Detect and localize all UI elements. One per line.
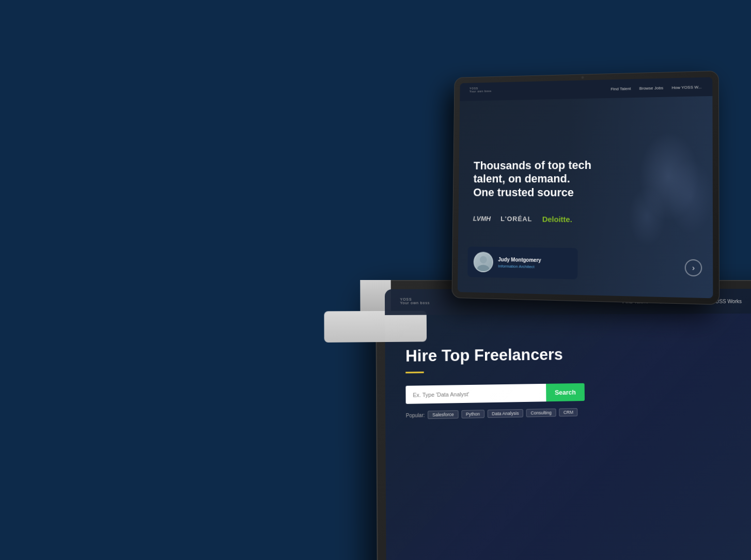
laptop-nav-browse-jobs[interactable]: Browse Jobs <box>639 85 664 90</box>
hero-title: Hire Top Freelancers <box>405 343 751 366</box>
scene: YOSS Your own boss Find Talent Browse Jo… <box>66 32 685 528</box>
judy-laptop-avatar <box>474 252 493 272</box>
svg-point-1 <box>477 265 490 272</box>
laptop-nav-how-yoss[interactable]: How YOSS W... <box>671 84 701 89</box>
laptop-headline: Thousands of top tech talent, on demand.… <box>473 158 696 200</box>
tag-consulting[interactable]: Consulting <box>526 409 556 417</box>
judy-card[interactable]: Judy Montgomery Information Architect <box>467 246 577 279</box>
logo-deloitte: Deloitte. <box>542 215 572 224</box>
popular-row: Popular: Salesforce Python Data Analysis… <box>406 408 585 419</box>
main-logo: YOSS Your own boss <box>400 298 430 305</box>
client-logos: LVMH L'ORÉAL Deloitte. <box>473 214 697 225</box>
hero-underline <box>405 372 424 374</box>
popular-label: Popular: <box>406 412 425 418</box>
monitor-body: YOSS Your own boss Find Talent Browse Jo… <box>375 280 751 560</box>
logo-lvmh: LVMH <box>473 215 491 223</box>
tag-crm[interactable]: CRM <box>559 408 577 416</box>
headline-line2: talent, on demand. <box>473 172 570 185</box>
laptop-screen: YOSS Your own boss Find Talent Browse Jo… <box>458 77 713 298</box>
laptop-logo: YOSS Your own boss <box>470 86 492 93</box>
laptop-hero: Thousands of top tech talent, on demand.… <box>458 96 713 298</box>
next-arrow-button[interactable]: › <box>685 259 702 277</box>
search-input[interactable] <box>405 384 546 404</box>
tag-python[interactable]: Python <box>461 410 484 419</box>
headline-line1: Thousands of top tech <box>474 159 591 172</box>
logo-loreal: L'ORÉAL <box>500 215 532 223</box>
laptop-nav-find-talent[interactable]: Find Talent <box>611 86 631 91</box>
logo-sub-text: Your own boss <box>400 301 430 305</box>
judy-card-info: Judy Montgomery Information Architect <box>498 256 541 269</box>
tag-salesforce[interactable]: Salesforce <box>428 411 458 419</box>
tag-data-analysis[interactable]: Data Analysis <box>488 409 524 418</box>
laptop-logo-sub: Your own boss <box>470 89 492 93</box>
search-button[interactable]: Search <box>546 383 585 402</box>
laptop-webcam <box>582 76 584 79</box>
judy-card-role: Information Architect <box>498 263 541 269</box>
monitor-screen: YOSS Your own boss Find Talent Browse Jo… <box>385 289 751 560</box>
hero-section: Hire Top Freelancers Search Popular: Sal… <box>385 313 751 560</box>
stand-base <box>324 311 427 343</box>
judy-card-name: Judy Montgomery <box>498 256 541 262</box>
svg-point-0 <box>480 256 487 263</box>
laptop-overlay: YOSS Your own boss Find Talent Browse Jo… <box>451 71 719 305</box>
headline-line3: One trusted source <box>473 186 574 199</box>
search-row: Search <box>405 383 585 404</box>
